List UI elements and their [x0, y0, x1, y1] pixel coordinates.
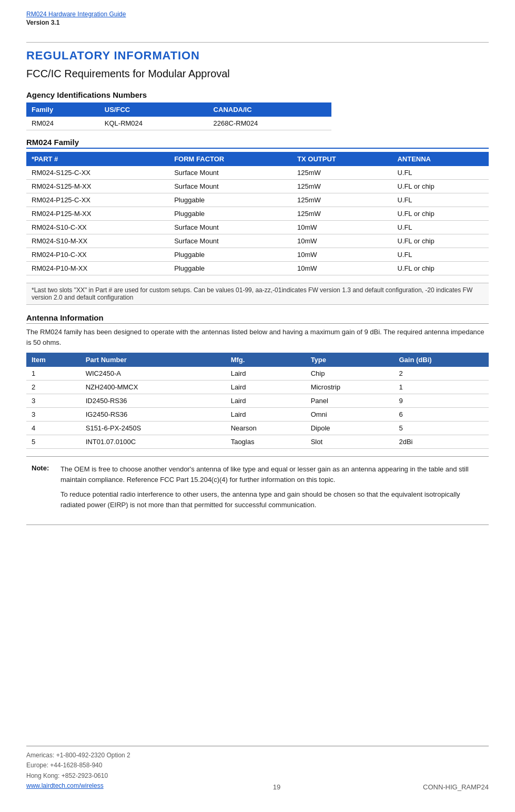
- antenna-cell-4-0: 4: [26, 422, 80, 435]
- family-cell-3-2: 125mW: [292, 207, 392, 221]
- agency-table: Family US/FCC CANADA/IC RM024 KQL-RM024 …: [26, 102, 331, 130]
- antenna-cell-1-3: Microstrip: [306, 381, 394, 394]
- agency-row-canada: 2268C-RM024: [208, 117, 331, 130]
- family-cell-0-2: 125mW: [292, 166, 392, 180]
- antenna-cell-0-0: 1: [26, 367, 80, 381]
- antenna-cell-0-3: Chip: [306, 367, 394, 381]
- family-cell-0-3: U.FL: [392, 166, 489, 180]
- antenna-cell-4-1: S151-6-PX-2450S: [80, 422, 226, 435]
- antenna-cell-0-4: 2: [393, 367, 489, 381]
- family-cell-2-3: U.FL: [392, 193, 489, 207]
- table-row: 4S151-6-PX-2450SNearsonDipole5: [26, 422, 489, 435]
- antenna-intro: The RM024 family has been designed to op…: [26, 327, 489, 347]
- table-row: 1WIC2450-ALairdChip2: [26, 367, 489, 381]
- antenna-cell-1-2: Laird: [226, 381, 306, 394]
- family-cell-2-0: RM024-P125-C-XX: [26, 193, 169, 207]
- family-cell-6-0: RM024-P10-C-XX: [26, 248, 169, 262]
- family-cell-1-0: RM024-S125-M-XX: [26, 180, 169, 193]
- agency-col-canada: CANADA/IC: [208, 102, 331, 117]
- antenna-cell-3-4: 6: [393, 408, 489, 422]
- family-cell-7-2: 10mW: [292, 262, 392, 275]
- table-row: RM024-S10-M-XXSurface Mount10mWU.FL or c…: [26, 234, 489, 248]
- family-cell-6-3: U.FL: [392, 248, 489, 262]
- antenna-cell-2-2: Laird: [226, 394, 306, 408]
- page: RM024 Hardware Integration Guide Version…: [0, 0, 515, 812]
- family-col-form: FORM FACTOR: [169, 152, 292, 166]
- family-subtitle: RM024 Family: [26, 138, 489, 149]
- antenna-col-type: Type: [306, 353, 394, 367]
- antenna-cell-4-3: Dipole: [306, 422, 394, 435]
- family-cell-5-3: U.FL or chip: [392, 234, 489, 248]
- antenna-cell-0-2: Laird: [226, 367, 306, 381]
- footer-doc-id: CONN-HIG_RAMP24: [423, 783, 489, 791]
- table-row: RM024-P125-M-XXPluggable125mWU.FL or chi…: [26, 207, 489, 221]
- header-link[interactable]: RM024 Hardware Integration Guide: [26, 11, 489, 18]
- table-row: RM024-S125-C-XXSurface Mount125mWU.FL: [26, 166, 489, 180]
- family-cell-4-0: RM024-S10-C-XX: [26, 221, 169, 234]
- note-para2: To reduce potential radio interference t…: [60, 489, 483, 510]
- agency-col-family: Family: [26, 102, 99, 117]
- family-cell-7-1: Pluggable: [169, 262, 292, 275]
- antenna-cell-5-2: Taoglas: [226, 435, 306, 449]
- agency-row-usfcc: KQL-RM024: [99, 117, 208, 130]
- family-col-part: *PART #: [26, 152, 169, 166]
- agency-subtitle: Agency Identifications Numbers: [26, 90, 489, 99]
- table-row: RM024-S125-M-XXSurface Mount125mWU.FL or…: [26, 180, 489, 193]
- antenna-cell-5-0: 5: [26, 435, 80, 449]
- antenna-cell-3-2: Laird: [226, 408, 306, 422]
- antenna-cell-2-0: 3: [26, 394, 80, 408]
- family-col-antenna: ANTENNA: [392, 152, 489, 166]
- family-table: *PART # FORM FACTOR TX OUTPUT ANTENNA RM…: [26, 152, 489, 275]
- antenna-cell-3-0: 3: [26, 408, 80, 422]
- antenna-cell-0-1: WIC2450-A: [80, 367, 226, 381]
- antenna-cell-1-1: NZH2400-MMCX: [80, 381, 226, 394]
- antenna-cell-3-3: Omni: [306, 408, 394, 422]
- antenna-col-mfg: Mfg.: [226, 353, 306, 367]
- family-cell-0-1: Surface Mount: [169, 166, 292, 180]
- antenna-subtitle: Antenna Information: [26, 313, 489, 324]
- note-label: Note:: [32, 464, 60, 515]
- section-title: Regulatory Information: [26, 49, 489, 63]
- family-cell-1-1: Surface Mount: [169, 180, 292, 193]
- family-cell-7-3: U.FL or chip: [392, 262, 489, 275]
- antenna-cell-2-4: 9: [393, 394, 489, 408]
- footer: Americas: +1-800-492-2320 Option 2 Europ…: [26, 746, 489, 791]
- antenna-col-item: Item: [26, 353, 80, 367]
- family-cell-1-3: U.FL or chip: [392, 180, 489, 193]
- footer-page-number: 19: [273, 783, 280, 791]
- note-block: Note: The OEM is free to choose another …: [26, 464, 489, 515]
- table-row: 3ID2450-RS36LairdPanel9: [26, 394, 489, 408]
- family-cell-3-3: U.FL or chip: [392, 207, 489, 221]
- footer-left: Americas: +1-800-492-2320 Option 2 Europ…: [26, 751, 130, 791]
- table-row: 3IG2450-RS36LairdOmni6: [26, 408, 489, 422]
- header-version: Version 3.1: [26, 19, 489, 26]
- footer-line1: Americas: +1-800-492-2320 Option 2: [26, 751, 130, 760]
- family-footnote: *Last two slots "XX" in Part # are used …: [26, 283, 489, 305]
- antenna-cell-5-4: 2dBi: [393, 435, 489, 449]
- antenna-cell-4-2: Nearson: [226, 422, 306, 435]
- antenna-cell-5-1: INT01.07.0100C: [80, 435, 226, 449]
- footer-line4[interactable]: www.lairdtech.com/wireless: [26, 781, 130, 791]
- antenna-cell-1-4: 1: [393, 381, 489, 394]
- antenna-table: Item Part Number Mfg. Type Gain (dBi) 1W…: [26, 353, 489, 449]
- family-cell-4-3: U.FL: [392, 221, 489, 234]
- antenna-cell-3-1: IG2450-RS36: [80, 408, 226, 422]
- family-cell-2-2: 125mW: [292, 193, 392, 207]
- family-cell-5-1: Surface Mount: [169, 234, 292, 248]
- antenna-cell-5-3: Slot: [306, 435, 394, 449]
- antenna-col-partnum: Part Number: [80, 353, 226, 367]
- table-row: 5INT01.07.0100CTaoglasSlot2dBi: [26, 435, 489, 449]
- table-row: RM024-S10-C-XXSurface Mount10mWU.FL: [26, 221, 489, 234]
- antenna-cell-2-1: ID2450-RS36: [80, 394, 226, 408]
- family-cell-4-1: Surface Mount: [169, 221, 292, 234]
- family-cell-3-1: Pluggable: [169, 207, 292, 221]
- family-cell-2-1: Pluggable: [169, 193, 292, 207]
- note-outer: Note: The OEM is free to choose another …: [26, 456, 489, 525]
- antenna-cell-1-0: 2: [26, 381, 80, 394]
- family-cell-0-0: RM024-S125-C-XX: [26, 166, 169, 180]
- table-row: RM024-P125-C-XXPluggable125mWU.FL: [26, 193, 489, 207]
- family-cell-4-2: 10mW: [292, 221, 392, 234]
- family-cell-6-2: 10mW: [292, 248, 392, 262]
- antenna-cell-4-4: 5: [393, 422, 489, 435]
- agency-col-usfcc: US/FCC: [99, 102, 208, 117]
